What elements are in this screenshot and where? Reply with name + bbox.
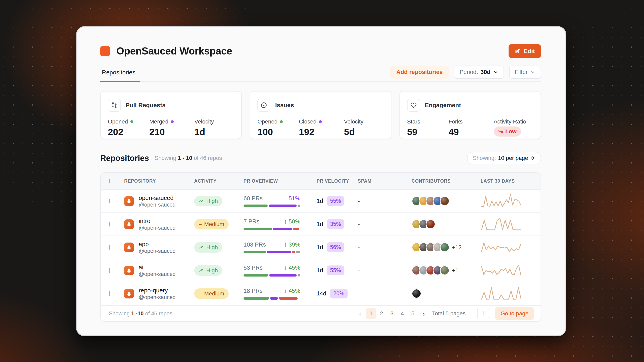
pr-overview-bar (244, 205, 300, 207)
card-title: Pull Requests (126, 102, 166, 109)
table-row: app @open-sauced High 103 PRs↑ 39% 1d 56… (100, 236, 540, 259)
activity-badge: High (194, 242, 222, 253)
repo-avatar (124, 289, 134, 299)
page-button-1[interactable]: 1 (366, 308, 376, 319)
repo-name[interactable]: app (139, 240, 176, 248)
pr-velocity-cell: 1d 55% (316, 266, 358, 275)
row-checkbox[interactable] (109, 268, 110, 273)
row-checkbox[interactable] (109, 291, 110, 296)
activity-badge: High (194, 265, 222, 276)
tab-repositories[interactable]: Repositories (100, 69, 140, 82)
repo-name[interactable]: repo-query (139, 287, 176, 294)
activity-icon: – (199, 221, 202, 227)
page-button-5[interactable]: 5 (408, 308, 418, 319)
repo-name[interactable]: intro (139, 217, 176, 225)
engagement-card: Engagement Stars 59 Forks 49 Activity Ra… (400, 91, 541, 139)
stat-merged: Merged 210 (149, 118, 194, 137)
pr-count: 53 PRs (244, 265, 263, 271)
pagination: ‹ 12345 › Total 5 pages Go to page (356, 307, 534, 320)
contributor-avatar[interactable] (412, 289, 422, 299)
velocity-percent-pill: 55% (327, 266, 344, 275)
stat-velocity: Velocity 1d (194, 118, 234, 137)
column-activity: ACTIVITY (194, 178, 244, 184)
activity-badge: –Medium (194, 219, 228, 230)
spam-value: - (358, 290, 412, 297)
repo-handle: @open-sauced (139, 248, 176, 254)
pr-overview-cell: 7 PRs↑ 50% (244, 218, 300, 230)
edit-button[interactable]: Edit (508, 44, 541, 58)
issues-card: Issues Opened 100 Closed 192 Velocity 5d (250, 91, 391, 139)
repo-avatar (124, 243, 134, 252)
contributor-avatar[interactable] (440, 242, 450, 252)
pr-velocity-cell: 1d 56% (316, 242, 358, 252)
contributor-avatar[interactable] (440, 266, 450, 275)
goto-page-input[interactable] (477, 308, 490, 319)
spam-value: - (358, 198, 412, 205)
pr-count: 60 PRs (244, 195, 263, 202)
velocity-percent-pill: 56% (327, 242, 344, 252)
divider (471, 309, 471, 318)
contributors-cell: +12 (412, 242, 480, 252)
contributor-avatar[interactable] (426, 219, 436, 229)
filter-select[interactable]: Filter (509, 65, 541, 79)
row-checkbox[interactable] (109, 222, 110, 226)
green-dot (280, 120, 283, 123)
row-checkbox[interactable] (109, 199, 110, 203)
per-page-select[interactable]: Showing: 10 per page (467, 152, 541, 164)
repo-handle: @open-sauced (139, 202, 176, 208)
row-checkbox[interactable] (109, 245, 110, 250)
repo-handle: @open-sauced (139, 271, 176, 277)
tab-bar: Repositories Add repositories Period: 30… (100, 65, 541, 82)
select-all-checkbox[interactable] (109, 179, 110, 183)
period-value: 30d (480, 69, 491, 75)
pr-overview-bar (244, 274, 300, 277)
pull-request-icon (108, 99, 121, 112)
issue-icon (258, 99, 270, 112)
page-title: OpenSauced Workspace (116, 45, 232, 57)
contributor-avatar[interactable] (440, 196, 450, 206)
pr-overview-cell: 60 PRs51% (244, 195, 300, 207)
purple-dot (319, 120, 322, 123)
goto-page-button[interactable]: Go to page (495, 307, 534, 320)
add-repositories-button[interactable]: Add repositories (390, 65, 448, 79)
chevron-down-icon (530, 70, 535, 75)
showing-summary: Showing 1 - 10 of 46 repos (154, 155, 222, 161)
chevron-down-icon (493, 70, 498, 75)
stat-activity-ratio: Activity Ratio Low (494, 118, 533, 137)
pr-count: 7 PRs (244, 218, 260, 225)
page-button-4[interactable]: 4 (397, 308, 408, 319)
pr-overview-cell: 103 PRs↑ 39% (244, 241, 300, 253)
pr-velocity-cell: 1d 35% (316, 219, 358, 229)
table-footer: Showing 1 -10 of 46 repos ‹ 12345 › Tota… (100, 305, 540, 321)
activity-badge: High (194, 196, 222, 206)
previous-page-button[interactable]: ‹ (356, 310, 364, 318)
section-title: Repositories (100, 154, 149, 163)
pr-change-percent: ↑ 50% (284, 218, 300, 225)
repo-name[interactable]: open-sauced (139, 194, 176, 202)
workspace-header: OpenSauced Workspace Edit (100, 44, 541, 58)
footer-showing-summary: Showing 1 -10 of 46 repos (109, 311, 172, 317)
trending-down-icon (498, 129, 503, 134)
repo-avatar (124, 266, 134, 275)
velocity-days: 14d (316, 290, 326, 297)
page-button-2[interactable]: 2 (376, 308, 387, 319)
velocity-days: 1d (316, 198, 323, 204)
stat-opened: Opened 202 (108, 118, 149, 137)
column-contributors: CONTRIBUTORS (412, 178, 480, 184)
pr-count: 103 PRs (244, 241, 266, 248)
card-title: Engagement (425, 102, 461, 109)
next-page-button[interactable]: › (420, 310, 428, 318)
column-repository: REPOSITORY (124, 178, 194, 184)
repo-name[interactable]: ai (139, 264, 176, 271)
activity-icon (199, 199, 204, 204)
repo-handle: @open-sauced (139, 294, 176, 301)
stat-velocity: Velocity 5d (344, 118, 384, 137)
repo-handle: @open-sauced (139, 225, 176, 231)
velocity-percent-pill: 20% (330, 289, 348, 299)
purple-dot (171, 120, 174, 123)
period-select[interactable]: Period: 30d (454, 65, 504, 79)
spam-value: - (358, 267, 412, 274)
page-button-3[interactable]: 3 (387, 308, 397, 319)
stat-closed: Closed 192 (299, 118, 344, 137)
repo-avatar (124, 196, 134, 206)
